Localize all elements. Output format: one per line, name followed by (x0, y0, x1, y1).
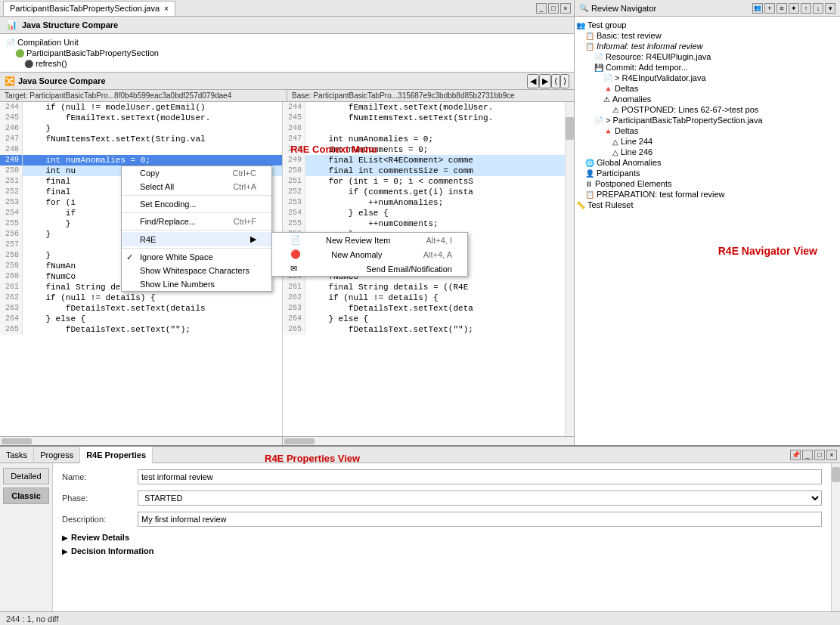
deltas-icon: 🔺 (603, 85, 612, 93)
rtree-global-anomalies[interactable]: 🌐Global Anomalies (575, 157, 840, 168)
menu-show-line-numbers[interactable]: Show Line Numbers (122, 277, 271, 291)
code-line-244l: 244 if (null != modelUser.getEmail() (0, 102, 282, 113)
toolbar-btn-1[interactable]: ◀ (527, 74, 539, 88)
properties-area: Detailed Classic Name: Phase: STARTED PR… (0, 463, 840, 611)
decision-info-section[interactable]: ▶ Decision Information (62, 546, 822, 555)
menu-separator-2 (122, 212, 271, 213)
rtree-anomalies[interactable]: ⚠Anomalies (575, 94, 840, 104)
review-tree[interactable]: 👥Test group 📋Basic: test review 📋Informa… (575, 17, 840, 445)
menu-set-encoding[interactable]: Set Encoding... (122, 197, 271, 211)
classic-button[interactable]: Classic (3, 487, 49, 504)
menu-ignore-whitespace[interactable]: ✓ Ignore White Space (122, 250, 271, 264)
participants-icon: 👤 (585, 169, 594, 178)
toolbar-btn-3[interactable]: ⟨ (551, 74, 560, 88)
menu-copy[interactable]: Copy Ctrl+C (122, 166, 271, 180)
code-line-249r: 249 final EList<R4EComment> comme (283, 155, 565, 166)
rtree-basic-review[interactable]: 📋Basic: test review (575, 30, 840, 41)
description-input[interactable] (138, 512, 822, 527)
menu-separator-3 (122, 230, 271, 231)
review-navigator-title: Review Navigator (591, 4, 752, 13)
review-nav-btn-1[interactable]: 👥 (752, 3, 763, 14)
prop-name-row: Name: (62, 469, 822, 484)
code-line-264r: 264 } else { (283, 314, 565, 324)
review-nav-btn-5[interactable]: ↑ (801, 3, 811, 14)
tree-item-class[interactable]: 🟢 ParticipantBasicTabPropertySection (0, 48, 574, 58)
review-details-section[interactable]: ▶ Review Details (62, 533, 822, 542)
rtree-postponed-elements[interactable]: ⏸Postponed Elements (575, 178, 840, 189)
detailed-button[interactable]: Detailed (3, 468, 49, 484)
review-nav-icon: 🔍 (579, 4, 588, 12)
code-line-248r: 248 int numComments = 0; (283, 144, 565, 155)
rtree-commit[interactable]: 💾Commit: Add tempor... (575, 62, 840, 73)
code-line-262l: 262 if (null != details) { (0, 292, 282, 303)
submenu-new-review-item[interactable]: 📄 New Review Item Alt+4, I (272, 233, 467, 247)
rtree-r4einput[interactable]: 📄> R4EInputValidator.java (575, 73, 840, 83)
menu-find-replace[interactable]: Find/Replace... Ctrl+F (122, 215, 271, 228)
close-button[interactable]: × (560, 3, 571, 14)
java-structure-tree: 📄 Compilation Unit 🟢 ParticipantBasicTab… (0, 34, 574, 72)
toolbar-btn-4[interactable]: ⟩ (560, 74, 569, 88)
compare-toolbar-icon: 🔀 (5, 76, 15, 86)
menu-show-whitespace[interactable]: Show Whitespace Characters (122, 264, 271, 277)
prop-description-row: Description: (62, 512, 822, 527)
method-icon: ⚫ (24, 60, 33, 68)
bottom-pin-button[interactable]: 📌 (790, 450, 801, 460)
review-nav-btn-6[interactable]: ↓ (813, 3, 823, 14)
rtree-deltas1[interactable]: 🔺Deltas (575, 83, 840, 94)
review-details-label: Review Details (71, 533, 129, 542)
file-tab[interactable]: ParticipantBasicTabPropertySection.java … (3, 1, 175, 16)
rtree-deltas2[interactable]: 🔺Deltas (575, 125, 840, 136)
bottom-close-button[interactable]: × (826, 450, 837, 460)
code-line-262r: 262 if (null != details) { (283, 292, 565, 303)
rtree-line244[interactable]: △Line 244 (575, 136, 840, 147)
deltas2-icon: 🔺 (603, 127, 612, 135)
name-label: Name: (62, 472, 138, 481)
line246-icon: △ (612, 148, 618, 156)
review-nav-btn-4[interactable]: ✦ (789, 3, 799, 14)
code-line-254r: 254 } else { (283, 208, 565, 218)
menu-r4e[interactable]: R4E ▶ 📄 New Review Item Alt+4, I 🔴 (122, 232, 271, 246)
review-nav-btn-2[interactable]: + (764, 3, 775, 14)
toolbar-btn-2[interactable]: ▶ (539, 74, 551, 88)
compare-toolbar-title: 🔀 Java Source Compare (5, 76, 106, 86)
rtree-formal-review[interactable]: 📋PREPARATION: test formal review (575, 189, 840, 200)
group-icon: 👥 (576, 21, 585, 29)
rtree-line246[interactable]: △Line 246 (575, 147, 840, 157)
status-text: 244 : 1, no diff (6, 614, 59, 623)
props-scrollbar[interactable] (831, 463, 840, 611)
review-icon: 📋 (585, 32, 594, 40)
rtree-test-ruleset[interactable]: 📏Test Ruleset (575, 200, 840, 210)
review-nav-btn-3[interactable]: ≡ (776, 3, 787, 14)
anomalies-icon: ⚠ (603, 95, 610, 104)
right-scrollbar[interactable] (565, 102, 574, 436)
rtree-resource[interactable]: 📄Resource: R4EUIPlugin.java (575, 51, 840, 62)
tab-tasks[interactable]: Tasks (0, 447, 34, 463)
tree-item-compilation-unit[interactable]: 📄 Compilation Unit (0, 37, 574, 48)
rtree-participant-section[interactable]: 📄> ParticipantBasicTabPropertySection.ja… (575, 115, 840, 125)
menu-select-all[interactable]: Select All Ctrl+A (122, 180, 271, 193)
bottom-minimize-button[interactable]: _ (802, 450, 813, 460)
tab-progress[interactable]: Progress (34, 447, 80, 463)
rtree-informal-review[interactable]: 📋Informal: test informal review (575, 41, 840, 51)
rtree-participants[interactable]: 👤Participants (575, 168, 840, 178)
name-input[interactable] (138, 469, 822, 484)
tab-r4e-properties[interactable]: R4E Properties (80, 447, 153, 463)
file-tab-label: ParticipantBasicTabPropertySection.java (10, 4, 160, 13)
code-line-265r: 265 fDetailsText.setText(""); (283, 324, 565, 335)
rtree-test-group[interactable]: 👥Test group (575, 20, 840, 30)
phase-select[interactable]: STARTED PREPARATION COMPLETED (138, 490, 822, 506)
submenu-new-anomaly[interactable]: 🔴 New Anomaly Alt+4, A (272, 247, 467, 261)
minimize-button[interactable]: _ (536, 3, 547, 14)
code-line-244r: 244 fEmailText.setText(modelUser. (283, 102, 565, 113)
code-line-253r: 253 ++numAnomalies; (283, 197, 565, 208)
tab-close-button[interactable]: × (164, 5, 169, 13)
code-line-250r: 250 final int commentsSize = comm (283, 166, 565, 176)
maximize-button[interactable]: □ (548, 3, 559, 14)
bottom-tab-bar: Tasks Progress R4E Properties 📌 _ □ × (0, 447, 840, 463)
submenu-send-email[interactable]: ✉ Send Email/Notification (272, 261, 467, 276)
review-nav-btn-7[interactable]: ▾ (825, 3, 835, 14)
window-controls: _ □ × (536, 3, 571, 14)
bottom-maximize-button[interactable]: □ (814, 450, 825, 460)
rtree-postponed-line[interactable]: ⚠POSTPONED: Lines 62-67->test pos (575, 104, 840, 115)
tree-item-method[interactable]: ⚫ refresh() (0, 58, 574, 69)
